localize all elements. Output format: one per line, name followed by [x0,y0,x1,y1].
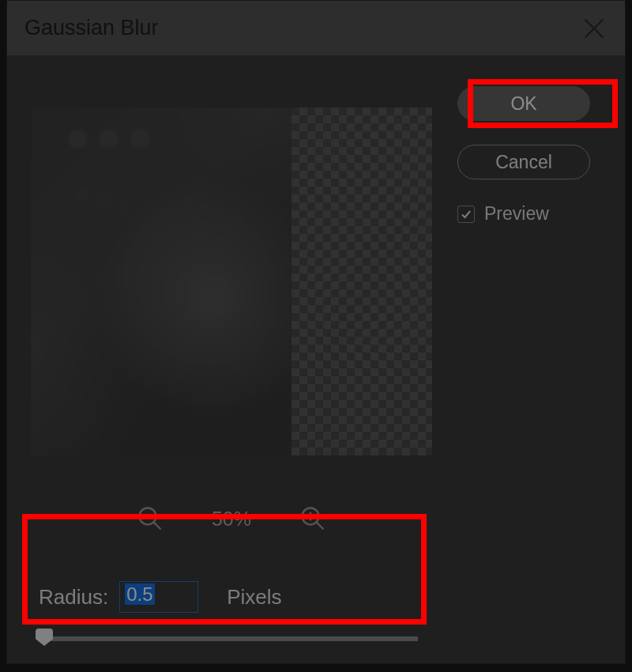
radius-row: Radius: 0.5 Pixels [39,581,423,613]
ok-button[interactable]: OK [457,86,590,121]
zoom-in-icon [299,504,327,533]
cancel-button-label: Cancel [495,152,552,173]
radius-input[interactable]: 0.5 [119,581,198,613]
right-column: OK Cancel Preview [457,86,604,225]
preview-toggle-row: Preview [457,203,604,225]
preview-checkbox[interactable] [457,206,475,223]
zoom-out-icon [136,504,164,533]
preview-transparency-area [292,108,432,455]
dialog-body: 50% Radius: 0.5 Pixels OK [7,56,625,663]
preview-image [31,108,292,455]
radius-slider-thumb[interactable] [36,629,53,646]
radius-group: Radius: 0.5 Pixels [39,581,423,641]
gaussian-blur-dialog: Gaussian Blur 50% [6,0,626,664]
preview-canvas[interactable] [31,108,432,455]
radius-label: Radius: [39,585,108,610]
dialog-title: Gaussian Blur [24,16,159,40]
preview-toggle-label: Preview [484,203,549,225]
radius-value: 0.5 [125,583,154,605]
svg-line-6 [317,523,324,530]
zoom-out-button[interactable] [136,504,164,533]
radius-slider[interactable] [39,636,418,641]
check-icon [460,208,472,221]
close-button[interactable] [581,15,608,42]
cancel-button[interactable]: Cancel [457,145,590,179]
close-icon [581,15,608,42]
zoom-controls: 50% [31,495,432,542]
zoom-level: 50% [212,508,251,530]
zoom-in-button[interactable] [299,504,327,533]
radius-units: Pixels [227,585,281,610]
ok-button-label: OK [510,93,536,115]
svg-line-3 [153,523,160,530]
titlebar: Gaussian Blur [7,1,625,56]
